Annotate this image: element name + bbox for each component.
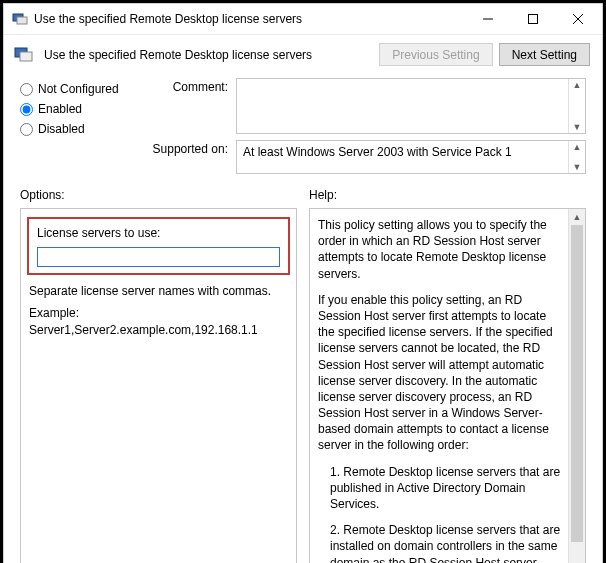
scrollbar-thumb[interactable]	[571, 225, 583, 542]
minimize-button[interactable]	[465, 5, 510, 33]
chevron-up-icon[interactable]: ▲	[569, 209, 585, 225]
titlebar: Use the specified Remote Desktop license…	[4, 4, 602, 35]
svg-rect-1	[17, 17, 27, 24]
app-icon	[12, 11, 28, 27]
svg-rect-3	[528, 15, 537, 24]
license-servers-label: License servers to use:	[37, 225, 280, 241]
nav-buttons: Previous Setting Next Setting	[379, 43, 590, 66]
comment-label: Comment:	[148, 78, 228, 94]
svg-rect-7	[20, 52, 32, 61]
close-button[interactable]	[555, 5, 600, 33]
help-body: This policy setting allows you to specif…	[309, 208, 586, 563]
options-heading: Options:	[20, 188, 297, 202]
scrollbar-track[interactable]	[569, 225, 585, 563]
supported-value: At least Windows Server 2003 with Servic…	[243, 145, 512, 159]
radio-label: Disabled	[38, 122, 85, 136]
options-note-1: Separate license server names with comma…	[29, 283, 288, 299]
maximize-button[interactable]	[510, 5, 555, 33]
chevron-up-icon[interactable]: ▲	[569, 79, 585, 106]
header-row: Use the specified Remote Desktop license…	[4, 35, 602, 74]
help-p1: This policy setting allows you to specif…	[318, 217, 561, 282]
supported-spin[interactable]: ▲▼	[568, 141, 585, 173]
next-setting-button[interactable]: Next Setting	[499, 43, 590, 66]
radio-label: Enabled	[38, 102, 82, 116]
supported-label: Supported on:	[148, 140, 228, 156]
help-heading: Help:	[309, 188, 586, 202]
help-bullet-1: 1. Remote Desktop license servers that a…	[330, 464, 561, 513]
radio-label: Not Configured	[38, 82, 119, 96]
radio-enabled[interactable]: Enabled	[20, 102, 130, 116]
license-servers-input[interactable]	[37, 247, 280, 267]
options-body: License servers to use: Separate license…	[20, 208, 297, 563]
previous-setting-button: Previous Setting	[379, 43, 492, 66]
config-area: Not Configured Enabled Disabled Comment:…	[4, 74, 602, 180]
help-scrollbar[interactable]: ▲ ▼	[568, 209, 585, 563]
options-note-2: Example: Server1,Server2.example.com,192…	[29, 305, 288, 337]
fields-area: Comment: ▲▼ Supported on: At least Windo…	[148, 78, 586, 174]
columns: Options: License servers to use: Separat…	[4, 180, 602, 563]
options-column: Options: License servers to use: Separat…	[20, 188, 297, 563]
comment-spin[interactable]: ▲▼	[568, 79, 585, 133]
comment-row: Comment: ▲▼	[148, 78, 586, 134]
options-highlight: License servers to use:	[27, 217, 290, 275]
window-title: Use the specified Remote Desktop license…	[34, 12, 465, 26]
chevron-up-icon[interactable]: ▲	[569, 141, 585, 157]
chevron-down-icon[interactable]: ▼	[569, 106, 585, 133]
help-column: Help: This policy setting allows you to …	[309, 188, 586, 563]
chevron-down-icon[interactable]: ▼	[569, 157, 585, 173]
supported-row: Supported on: At least Windows Server 20…	[148, 140, 586, 174]
policy-title: Use the specified Remote Desktop license…	[44, 48, 369, 62]
help-p2: If you enable this policy setting, an RD…	[318, 292, 561, 454]
radio-not-configured[interactable]: Not Configured	[20, 82, 130, 96]
help-bullet-2: 2. Remote Desktop license servers that a…	[330, 522, 561, 563]
state-radio-group: Not Configured Enabled Disabled	[20, 78, 130, 174]
screenshot-frame: Use the specified Remote Desktop license…	[0, 0, 606, 563]
radio-disabled[interactable]: Disabled	[20, 122, 130, 136]
supported-box: At least Windows Server 2003 with Servic…	[236, 140, 586, 174]
dialog-window: Use the specified Remote Desktop license…	[3, 3, 603, 563]
comment-textarea[interactable]: ▲▼	[236, 78, 586, 134]
policy-icon	[14, 45, 34, 65]
